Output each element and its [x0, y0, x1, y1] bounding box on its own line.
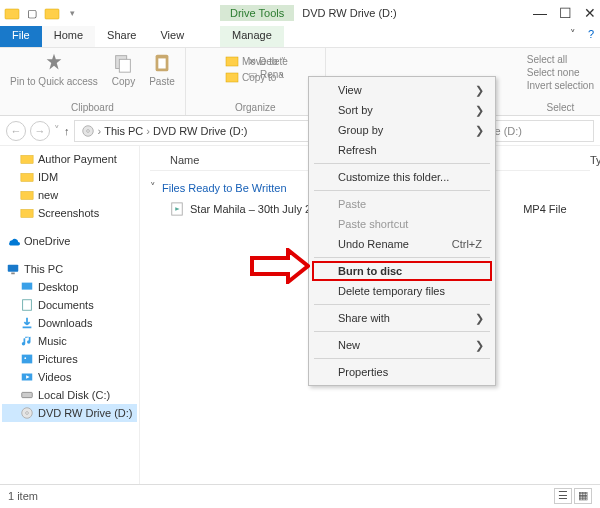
svg-rect-1: [45, 9, 59, 19]
rename-button[interactable]: ▭ Rena: [248, 69, 288, 80]
svg-rect-0: [5, 9, 19, 19]
tree-folder-new[interactable]: new: [2, 186, 137, 204]
svg-point-20: [24, 357, 26, 359]
ctx-delete-temp[interactable]: Delete temporary files: [312, 281, 492, 301]
delete-button[interactable]: ✕ Delete: [248, 56, 288, 67]
ctx-group-by[interactable]: Group by❯: [312, 120, 492, 140]
svg-rect-5: [158, 58, 165, 68]
pin-button[interactable]: Pin to Quick access: [6, 50, 102, 89]
close-button[interactable]: ✕: [584, 5, 596, 21]
context-menu: View❯ Sort by❯ Group by❯ Refresh Customi…: [308, 76, 496, 386]
submenu-arrow-icon: ❯: [475, 124, 484, 137]
ctx-refresh[interactable]: Refresh: [312, 140, 492, 160]
svg-rect-11: [21, 174, 33, 182]
pin-label: Pin to Quick access: [10, 76, 98, 87]
ctx-shortcut: Ctrl+Z: [452, 238, 482, 250]
svg-rect-16: [22, 283, 33, 290]
crumb-this-pc[interactable]: This PC: [104, 125, 143, 137]
quick-access-toolbar: ▢ ▾: [4, 5, 80, 21]
ctx-separator: [314, 163, 490, 164]
ribbon: Pin to Quick access Copy Paste Clipboard…: [0, 48, 600, 116]
ctx-new[interactable]: New❯: [312, 335, 492, 355]
window-controls: — ☐ ✕: [533, 5, 596, 21]
disc-icon: [81, 124, 95, 138]
svg-rect-7: [226, 73, 238, 82]
tree-music[interactable]: Music: [2, 332, 137, 350]
up-button[interactable]: ↑: [64, 125, 70, 137]
minimize-button[interactable]: —: [533, 5, 547, 21]
select-all-button[interactable]: Select all: [527, 54, 594, 65]
tree-folder-author-payment[interactable]: Author Payment: [2, 150, 137, 168]
ctx-undo-rename[interactable]: Undo RenameCtrl+Z: [312, 234, 492, 254]
tree-this-pc[interactable]: This PC: [2, 260, 137, 278]
maximize-button[interactable]: ☐: [559, 5, 572, 21]
forward-button[interactable]: →: [30, 121, 50, 141]
tab-file[interactable]: File: [0, 26, 42, 47]
svg-rect-18: [23, 327, 32, 329]
svg-rect-3: [120, 59, 131, 72]
navigation-tree[interactable]: Author Payment IDM new Screenshots OneDr…: [0, 146, 140, 484]
ctx-separator: [314, 304, 490, 305]
help-icon[interactable]: ?: [582, 26, 600, 47]
contextual-tab-label: Drive Tools: [220, 5, 294, 21]
ctx-sort-by[interactable]: Sort by❯: [312, 100, 492, 120]
tree-folder-idm[interactable]: IDM: [2, 168, 137, 186]
ctx-customize[interactable]: Customize this folder...: [312, 167, 492, 187]
explorer-body: Author Payment IDM new Screenshots OneDr…: [0, 146, 600, 484]
view-details-button[interactable]: ☰: [554, 488, 572, 504]
svg-rect-17: [23, 300, 32, 311]
ctx-separator: [314, 358, 490, 359]
window-title: DVD RW Drive (D:): [302, 7, 397, 19]
view-switcher: ☰ ▦: [554, 488, 592, 504]
svg-point-9: [86, 129, 89, 132]
submenu-arrow-icon: ❯: [475, 104, 484, 117]
svg-rect-15: [11, 273, 15, 275]
select-none-button[interactable]: Select none: [527, 67, 594, 78]
file-name: Star Mahila – 30th July 20: [190, 203, 317, 215]
clipboard-group-label: Clipboard: [71, 102, 114, 113]
tree-local-disk[interactable]: Local Disk (C:): [2, 386, 137, 404]
svg-rect-14: [8, 265, 19, 272]
tree-videos[interactable]: Videos: [2, 368, 137, 386]
ctx-burn-to-disc[interactable]: Burn to disc: [312, 261, 492, 281]
ctx-separator: [314, 190, 490, 191]
ctx-view[interactable]: View❯: [312, 80, 492, 100]
svg-rect-6: [226, 57, 238, 66]
svg-rect-10: [21, 156, 33, 164]
ctx-paste: Paste: [312, 194, 492, 214]
ribbon-group-organize: Move to ˅ Copy to ˅ ✕ Delete ▭ Rena Orga…: [186, 48, 326, 115]
tree-downloads[interactable]: Downloads: [2, 314, 137, 332]
svg-rect-22: [22, 392, 33, 397]
tree-onedrive[interactable]: OneDrive: [2, 232, 137, 250]
ctx-share-with[interactable]: Share with❯: [312, 308, 492, 328]
back-button[interactable]: ←: [6, 121, 26, 141]
qat-new-folder-icon[interactable]: [44, 5, 60, 21]
tab-manage[interactable]: Manage: [220, 26, 284, 47]
svg-rect-13: [21, 210, 33, 218]
svg-rect-19: [22, 355, 33, 364]
recent-dropdown-icon[interactable]: ˅: [54, 124, 60, 137]
organize-group-label: Organize: [235, 102, 276, 113]
paste-button[interactable]: Paste: [145, 50, 179, 89]
qat-properties-icon[interactable]: ▢: [24, 5, 40, 21]
tree-desktop[interactable]: Desktop: [2, 278, 137, 296]
tab-share[interactable]: Share: [95, 26, 148, 47]
tree-folder-screenshots[interactable]: Screenshots: [2, 204, 137, 222]
crumb-location[interactable]: DVD RW Drive (D:): [153, 125, 248, 137]
tree-documents[interactable]: Documents: [2, 296, 137, 314]
invert-selection-button[interactable]: Invert selection: [527, 80, 594, 91]
tab-view[interactable]: View: [148, 26, 196, 47]
copy-button[interactable]: Copy: [108, 50, 139, 89]
tree-pictures[interactable]: Pictures: [2, 350, 137, 368]
status-item-count: 1 item: [8, 490, 38, 502]
tree-dvd-drive[interactable]: DVD RW Drive (D:): [2, 404, 137, 422]
ribbon-collapse-icon[interactable]: ˅: [564, 26, 582, 47]
ctx-properties[interactable]: Properties: [312, 362, 492, 382]
ribbon-group-select: Select all Select none Invert selection …: [521, 48, 600, 115]
svg-rect-12: [21, 192, 33, 200]
paste-label: Paste: [149, 76, 175, 87]
submenu-arrow-icon: ❯: [475, 312, 484, 325]
tab-home[interactable]: Home: [42, 26, 95, 47]
qat-dropdown-icon[interactable]: ▾: [64, 5, 80, 21]
view-icons-button[interactable]: ▦: [574, 488, 592, 504]
